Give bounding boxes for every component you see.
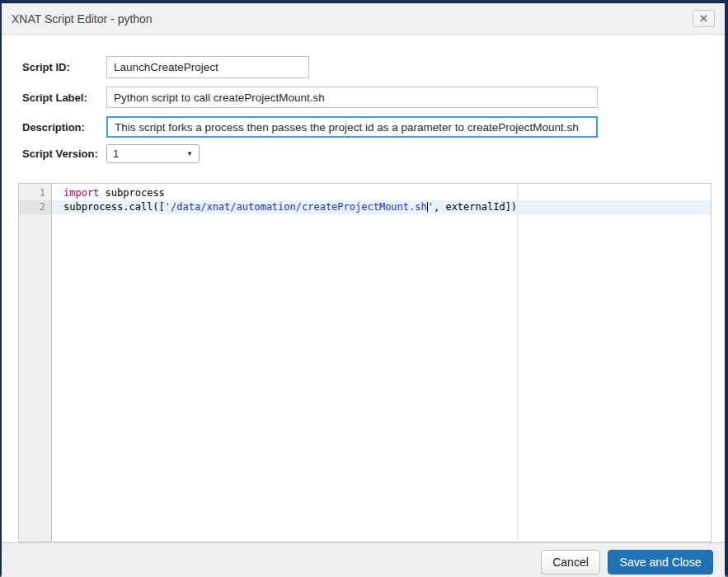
description-input[interactable] <box>106 116 598 138</box>
dialog-title: XNAT Script Editor - python <box>12 12 693 26</box>
script-id-label: Script ID: <box>22 61 106 73</box>
script-id-input[interactable] <box>106 56 309 78</box>
save-and-close-button[interactable]: Save and Close <box>608 550 713 575</box>
chevron-down-icon: ▼ <box>186 150 193 157</box>
script-label-label: Script Label: <box>22 91 106 104</box>
line-number: 1 <box>19 186 52 200</box>
dialog-titlebar: XNAT Script Editor - python ✕ <box>2 3 725 35</box>
script-version-row: Script Version: 1 ▼ <box>22 144 725 163</box>
close-icon[interactable]: ✕ <box>693 10 715 27</box>
script-label-input[interactable] <box>106 87 598 108</box>
dialog-footer: Cancel Save and Close <box>2 542 725 577</box>
cancel-button[interactable]: Cancel <box>541 550 600 575</box>
script-label-row: Script Label: <box>22 87 725 108</box>
line-number: 2 <box>19 200 52 214</box>
script-version-select[interactable]: 1 ▼ <box>106 144 200 163</box>
editor-empty-area[interactable] <box>19 214 711 542</box>
script-form: Script ID: Script Label: Description: Sc… <box>2 35 725 171</box>
code-line-2[interactable]: 2 subprocess.call(['/data/xnat/automatio… <box>19 200 711 214</box>
script-version-label: Script Version: <box>22 148 106 160</box>
script-id-row: Script ID: <box>22 56 725 78</box>
code-line-1[interactable]: 1 import subprocess <box>19 186 711 200</box>
script-version-value: 1 <box>113 148 119 160</box>
description-label: Description: <box>22 121 106 134</box>
xnat-script-editor-dialog: XNAT Script Editor - python ✕ Script ID:… <box>0 0 728 577</box>
code-text[interactable]: subprocess.call(['/data/xnat/automation/… <box>52 200 711 214</box>
code-text[interactable]: import subprocess <box>52 186 711 200</box>
code-editor[interactable]: 1 import subprocess 2 subprocess.call(['… <box>18 183 712 542</box>
description-row: Description: <box>22 116 725 138</box>
